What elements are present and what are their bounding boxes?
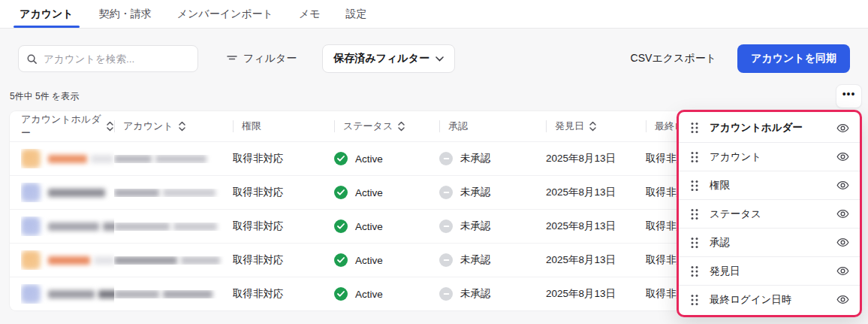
status-value: Active <box>355 255 383 266</box>
approval-value: 未承認 <box>460 253 491 267</box>
sort-icon <box>589 121 597 132</box>
cell-account <box>114 223 233 231</box>
visibility-eye-icon[interactable] <box>836 266 849 276</box>
approval-value: 未承認 <box>460 287 491 301</box>
panel-item-discovered-date: 発見日 <box>679 256 860 285</box>
redacted-name <box>103 223 114 231</box>
column-header-label: アカウント <box>123 120 173 133</box>
tab-settings[interactable]: 設定 <box>345 0 369 28</box>
filter-label: フィルター <box>243 52 297 65</box>
sort-icon <box>106 121 114 132</box>
drag-handle-icon[interactable] <box>691 180 698 192</box>
filter-icon <box>227 54 237 63</box>
sync-accounts-button[interactable]: アカウントを同期 <box>737 44 850 73</box>
drag-handle-icon[interactable] <box>691 208 698 220</box>
cell-account-holder <box>21 183 114 202</box>
approval-pending-icon <box>439 220 453 233</box>
drag-handle-icon[interactable] <box>691 294 698 306</box>
status-active-icon <box>334 186 348 199</box>
tab-label: メモ <box>299 8 321 21</box>
panel-item-account: アカウント <box>679 142 860 171</box>
redacted-name <box>48 189 105 197</box>
redacted-name <box>48 290 95 298</box>
cell-discovered-date: 2025年8月13日 <box>546 220 646 233</box>
cell-approval: 未承認 <box>439 287 546 301</box>
cell-account <box>114 290 233 298</box>
redacted-name <box>94 256 114 265</box>
discovered-date-value: 2025年8月13日 <box>546 287 616 301</box>
filter-button[interactable]: フィルター <box>227 52 297 65</box>
status-value: Active <box>355 187 383 198</box>
cell-discovered-date: 2025年8月13日 <box>546 186 646 199</box>
visibility-eye-icon[interactable] <box>836 209 849 219</box>
search-box[interactable] <box>18 45 198 72</box>
permission-value: 取得非対応 <box>233 287 284 301</box>
redacted-account <box>181 256 220 265</box>
column-header-status[interactable]: ステータス <box>334 120 439 133</box>
avatar <box>21 250 41 270</box>
avatar <box>21 149 41 168</box>
cell-account-holder <box>21 149 114 168</box>
panel-item-permission: 権限 <box>679 171 860 199</box>
status-active-icon <box>334 152 348 165</box>
visibility-eye-icon[interactable] <box>836 180 849 190</box>
column-header-label: 承認 <box>448 120 468 133</box>
tab-label: アカウント <box>20 8 74 21</box>
avatar <box>21 284 41 304</box>
panel-item-label: アカウントホルダー <box>710 121 836 135</box>
more-options-button[interactable]: ••• <box>836 84 862 108</box>
drag-handle-icon[interactable] <box>691 122 698 134</box>
redacted-account <box>114 155 152 163</box>
redacted-name <box>48 223 99 231</box>
redacted-account <box>163 189 215 197</box>
saved-filter-button[interactable]: 保存済みフィルター <box>322 44 455 73</box>
tab-bar: アカウント契約・請求メンバーインポートメモ設定 <box>0 0 868 29</box>
column-header-account-holder[interactable]: アカウントホルダー <box>21 120 114 133</box>
visibility-eye-icon[interactable] <box>836 238 849 247</box>
panel-item-account-holder: アカウントホルダー <box>679 114 860 142</box>
approval-value: 未承認 <box>460 220 491 233</box>
visibility-eye-icon[interactable] <box>836 123 849 133</box>
cell-status: Active <box>334 220 439 233</box>
discovered-date-value: 2025年8月13日 <box>546 152 616 165</box>
status-active-icon <box>334 253 348 267</box>
cell-approval: 未承認 <box>439 152 546 165</box>
cell-permission: 取得非対応 <box>233 152 334 165</box>
visibility-eye-icon[interactable] <box>836 152 849 162</box>
tab-label: 設定 <box>346 8 367 21</box>
tab-label: 契約・請求 <box>99 8 152 21</box>
redacted-name <box>48 256 90 265</box>
panel-item-label: 発見日 <box>710 265 836 278</box>
sort-icon <box>397 121 405 132</box>
saved-filter-label: 保存済みフィルター <box>333 52 429 65</box>
tab-account[interactable]: アカウント <box>18 0 75 28</box>
tab-member-import[interactable]: メンバーインポート <box>176 0 275 28</box>
approval-pending-icon <box>439 253 453 267</box>
permission-value: 取得非対応 <box>233 186 284 199</box>
cell-discovered-date: 2025年8月13日 <box>546 253 646 267</box>
column-header-account[interactable]: アカウント <box>114 120 233 133</box>
cell-account <box>114 189 233 197</box>
csv-export-button[interactable]: CSVエクスポート <box>631 52 716 65</box>
status-active-icon <box>334 220 348 233</box>
search-input[interactable] <box>44 53 190 65</box>
tab-contract-billing[interactable]: 契約・請求 <box>98 0 153 28</box>
status-active-icon <box>334 287 348 301</box>
drag-handle-icon[interactable] <box>691 265 698 277</box>
panel-item-label: 承認 <box>710 236 836 250</box>
tab-memo[interactable]: メモ <box>297 0 322 28</box>
cell-permission: 取得非対応 <box>233 220 334 233</box>
redacted-account <box>114 256 177 265</box>
column-header-label: 発見日 <box>555 120 584 133</box>
redacted-account <box>114 223 170 231</box>
visibility-eye-icon[interactable] <box>836 295 849 304</box>
cell-approval: 未承認 <box>439 186 546 199</box>
column-header-approval: 承認 <box>439 120 546 133</box>
column-header-discovered-date[interactable]: 発見日 <box>546 120 646 133</box>
drag-handle-icon[interactable] <box>691 237 698 249</box>
panel-item-last-login: 最終ログイン日時 <box>679 285 860 313</box>
status-value: Active <box>355 289 383 300</box>
drag-handle-icon[interactable] <box>691 151 698 163</box>
redacted-account <box>114 189 159 197</box>
cell-discovered-date: 2025年8月13日 <box>546 287 646 301</box>
